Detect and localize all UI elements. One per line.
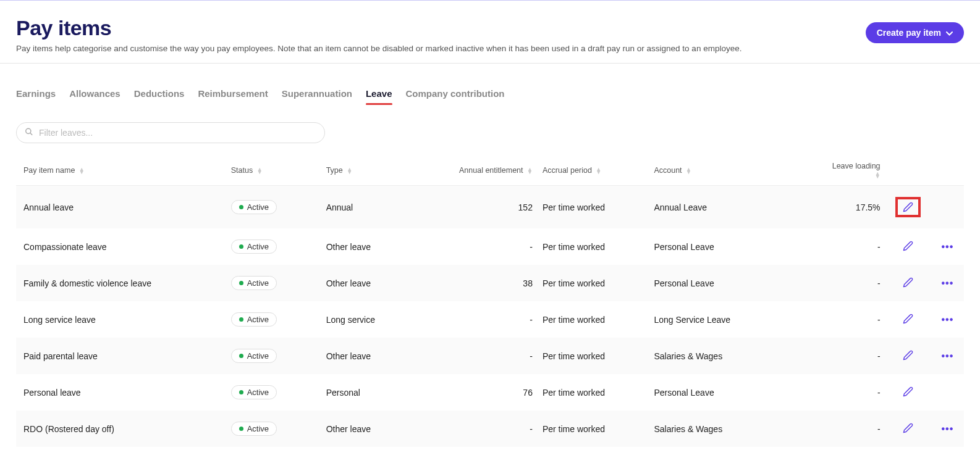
edit-icon[interactable] xyxy=(903,277,913,288)
tab-earnings[interactable]: Earnings xyxy=(16,88,56,104)
status-badge: Active xyxy=(231,276,277,290)
cell-accrual: Per time worked xyxy=(538,301,649,338)
col-header-loading[interactable]: Leave loading ▲▼ xyxy=(819,156,885,186)
table-row: Paid parental leaveActiveOther leave-Per… xyxy=(16,338,964,374)
cell-accrual: Per time worked xyxy=(538,265,649,301)
search-icon xyxy=(25,128,33,138)
status-dot-icon xyxy=(239,317,243,322)
cell-accrual: Per time worked xyxy=(538,338,649,374)
status-badge: Active xyxy=(231,240,277,254)
tab-leave[interactable]: Leave xyxy=(366,88,392,104)
cell-entitlement: - xyxy=(452,338,538,374)
cell-entitlement: - xyxy=(452,228,538,265)
cell-type: Other leave xyxy=(321,265,452,301)
svg-point-0 xyxy=(26,128,31,133)
leave-table: Pay item name ▲▼ Status ▲▼ Type ▲▼ Annua… xyxy=(16,156,964,447)
tab-allowances[interactable]: Allowances xyxy=(69,88,120,104)
cell-account: Salaries & Wages xyxy=(649,338,819,374)
page-title: Pay items xyxy=(16,16,111,40)
edit-icon[interactable] xyxy=(903,202,913,212)
cell-status: Active xyxy=(226,301,321,338)
sort-icon: ▲▼ xyxy=(257,168,263,174)
cell-name: Annual leave xyxy=(16,186,226,229)
cell-entitlement: - xyxy=(452,411,538,447)
cell-type: Annual xyxy=(321,186,452,229)
more-icon[interactable]: ••• xyxy=(942,423,954,434)
edit-icon[interactable] xyxy=(903,241,913,251)
cell-status: Active xyxy=(226,186,321,229)
col-header-entitlement[interactable]: Annual entitlement ▲▼ xyxy=(452,156,538,186)
cell-entitlement: 76 xyxy=(452,374,538,411)
cell-status: Active xyxy=(226,228,321,265)
cell-account: Personal Leave xyxy=(649,228,819,265)
col-header-type[interactable]: Type ▲▼ xyxy=(321,156,452,186)
cell-status: Active xyxy=(226,411,321,447)
more-icon[interactable]: ••• xyxy=(942,278,954,288)
sort-icon: ▲▼ xyxy=(347,168,352,174)
cell-name: Personal leave xyxy=(16,374,226,411)
tab-company-contribution[interactable]: Company contribution xyxy=(406,88,505,104)
cell-status: Active xyxy=(226,374,321,411)
cell-status: Active xyxy=(226,338,321,374)
create-pay-item-button[interactable]: Create pay item xyxy=(866,22,964,43)
cell-type: Personal xyxy=(321,374,452,411)
status-dot-icon xyxy=(239,281,243,285)
edit-icon[interactable] xyxy=(903,423,913,433)
status-dot-icon xyxy=(239,205,243,209)
table-row: Annual leaveActiveAnnual152Per time work… xyxy=(16,186,964,229)
status-badge: Active xyxy=(231,349,277,363)
tabs: EarningsAllowancesDeductionsReimbursemen… xyxy=(16,88,964,104)
table-row: Long service leaveActiveLong service-Per… xyxy=(16,301,964,338)
cell-loading: 17.5% xyxy=(819,186,885,229)
cell-type: Other leave xyxy=(321,411,452,447)
cell-loading: - xyxy=(819,411,885,447)
create-button-label: Create pay item xyxy=(877,28,941,38)
highlight-box xyxy=(895,197,921,217)
status-badge: Active xyxy=(231,312,277,327)
cell-account: Personal Leave xyxy=(649,374,819,411)
cell-accrual: Per time worked xyxy=(538,186,649,229)
tab-deductions[interactable]: Deductions xyxy=(134,88,185,104)
status-dot-icon xyxy=(239,427,243,431)
edit-icon[interactable] xyxy=(903,350,913,361)
chevron-down-icon xyxy=(946,28,953,38)
tab-reimbursement[interactable]: Reimbursement xyxy=(198,88,268,104)
filter-input[interactable] xyxy=(16,122,325,143)
cell-name: Long service leave xyxy=(16,301,226,338)
col-header-accrual[interactable]: Accrual period ▲▼ xyxy=(538,156,649,186)
cell-loading: - xyxy=(819,301,885,338)
status-dot-icon xyxy=(239,354,243,358)
cell-loading: - xyxy=(819,265,885,301)
status-dot-icon xyxy=(239,390,243,394)
tab-superannuation[interactable]: Superannuation xyxy=(282,88,352,104)
table-row: Compassionate leaveActiveOther leave-Per… xyxy=(16,228,964,265)
more-icon[interactable]: ••• xyxy=(942,314,954,325)
cell-account: Long Service Leave xyxy=(649,301,819,338)
cell-type: Long service xyxy=(321,301,452,338)
cell-accrual: Per time worked xyxy=(538,374,649,411)
sort-icon: ▲▼ xyxy=(527,168,533,174)
page-subtitle: Pay items help categorise and customise … xyxy=(16,44,964,53)
more-icon[interactable]: ••• xyxy=(942,351,954,361)
table-row: Family & domestic violence leaveActiveOt… xyxy=(16,265,964,301)
col-header-status[interactable]: Status ▲▼ xyxy=(226,156,321,186)
table-row: RDO (Rostered day off)ActiveOther leave-… xyxy=(16,411,964,447)
cell-name: Compassionate leave xyxy=(16,228,226,265)
cell-account: Personal Leave xyxy=(649,265,819,301)
cell-accrual: Per time worked xyxy=(538,228,649,265)
sort-icon: ▲▼ xyxy=(686,168,691,174)
status-badge: Active xyxy=(231,385,277,399)
table-row: Personal leaveActivePersonal76Per time w… xyxy=(16,374,964,411)
cell-type: Other leave xyxy=(321,338,452,374)
cell-loading: - xyxy=(819,374,885,411)
cell-type: Other leave xyxy=(321,228,452,265)
col-header-account[interactable]: Account ▲▼ xyxy=(649,156,819,186)
status-dot-icon xyxy=(239,244,243,249)
more-icon[interactable]: ••• xyxy=(942,241,954,252)
edit-icon[interactable] xyxy=(903,386,913,397)
col-header-name[interactable]: Pay item name ▲▼ xyxy=(16,156,226,186)
edit-icon[interactable] xyxy=(903,314,913,324)
cell-name: Paid parental leave xyxy=(16,338,226,374)
cell-entitlement: 152 xyxy=(452,186,538,229)
cell-account: Annual Leave xyxy=(649,186,819,229)
